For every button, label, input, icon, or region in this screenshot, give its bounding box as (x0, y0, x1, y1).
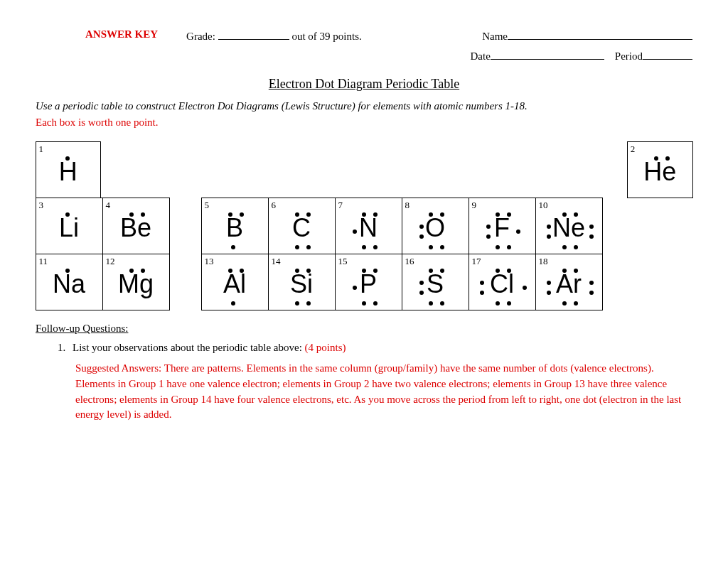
electron-dot (429, 245, 433, 249)
electron-dot (507, 245, 511, 249)
electron-dot (306, 245, 311, 249)
answer-key-label: ANSWER KEY (85, 28, 158, 43)
periodic-table: 1H 2He 3Li 4Be 5B 6C 7N 8O 9F 10Ne 11Na … (36, 141, 692, 310)
atomic-number: 6 (272, 200, 277, 211)
grade-blank[interactable] (218, 28, 289, 40)
atomic-number: 8 (405, 200, 410, 211)
electron-dot (589, 281, 594, 285)
atomic-number: 10 (539, 200, 548, 211)
electron-dot (507, 301, 511, 306)
electron-dot (295, 269, 299, 273)
element-cell-1: 1H (36, 141, 102, 198)
atomic-number: 15 (338, 256, 348, 267)
electron-dot (547, 234, 551, 239)
date-blank[interactable] (491, 48, 604, 60)
element-symbol: F (494, 215, 510, 241)
element-symbol: H (59, 159, 77, 185)
electron-dot (429, 212, 433, 217)
date-period-field: Date Period (471, 48, 693, 63)
electron-dot (65, 269, 70, 273)
electron-dot (373, 269, 378, 273)
suggested-answer: Suggested Answers: There are patterns. E… (75, 361, 692, 423)
atomic-number: 14 (272, 256, 281, 267)
element-symbol: B (226, 215, 243, 241)
electron-dot (574, 212, 578, 217)
electron-dot (295, 212, 299, 217)
electron-dot (440, 269, 444, 273)
electron-dot (65, 212, 70, 217)
header-row-2: Date Period (36, 48, 692, 63)
element-symbol: Be (120, 215, 151, 241)
atomic-number: 9 (472, 200, 477, 211)
electron-dot (574, 245, 578, 249)
atomic-number: 1 (39, 144, 44, 155)
electron-dot (562, 301, 567, 306)
electron-dot (231, 245, 235, 249)
atomic-number: 3 (39, 200, 44, 211)
element-symbol: S (427, 271, 444, 297)
element-cell-7: 7N (335, 198, 402, 254)
electron-dot (141, 212, 145, 217)
electron-dot (574, 269, 578, 273)
atomic-number: 17 (472, 256, 481, 267)
element-cell-10: 10Ne (535, 198, 603, 254)
element-cell-5: 5B (201, 198, 269, 254)
element-symbol: Si (290, 271, 313, 297)
electron-dot (589, 234, 594, 239)
atomic-number: 16 (405, 256, 414, 267)
element-cell-9: 9F (469, 198, 536, 254)
electron-dot (373, 245, 378, 249)
atomic-number: 5 (205, 200, 210, 211)
electron-dot (547, 281, 551, 285)
period-blank[interactable] (643, 48, 692, 60)
atomic-number: 4 (106, 200, 111, 211)
element-cell-11: 11Na (36, 254, 103, 310)
page-title: Electron Dot Diagram Periodic Table (36, 77, 692, 92)
electron-dot (353, 229, 357, 234)
electron-dot (654, 156, 658, 161)
header-left: ANSWER KEY Grade: out of 39 points. (36, 28, 362, 43)
element-cell-8: 8O (402, 198, 469, 254)
atomic-number: 18 (539, 256, 548, 267)
element-cell-16: 16S (402, 254, 469, 310)
element-cell-4: 4Be (102, 198, 170, 254)
atomic-number: 13 (205, 256, 214, 267)
element-symbol: He (643, 159, 676, 185)
name-field: Name (482, 28, 692, 43)
electron-dot (589, 291, 594, 295)
electron-dot (362, 212, 366, 217)
name-blank[interactable] (508, 28, 692, 40)
electron-dot (228, 212, 232, 217)
electron-dot (562, 245, 567, 249)
electron-dot (486, 234, 491, 239)
element-symbol: Mg (118, 271, 154, 297)
electron-dot (295, 301, 299, 306)
electron-dot (440, 212, 444, 217)
element-symbol: N (359, 215, 378, 241)
grade-field: Grade: out of 39 points. (186, 28, 362, 43)
electron-dot (665, 156, 670, 161)
electron-dot (516, 229, 520, 234)
electron-dot (228, 269, 232, 273)
period-label: Period (615, 50, 643, 62)
electron-dot (429, 269, 433, 273)
element-cell-15: 15P (335, 254, 402, 310)
electron-dot (129, 212, 134, 217)
electron-dot (562, 269, 567, 273)
electron-dot (306, 212, 311, 217)
electron-dot (496, 269, 500, 273)
element-cell-6: 6C (268, 198, 336, 254)
electron-dot (373, 212, 378, 217)
header-row-1: ANSWER KEY Grade: out of 39 points. Name (36, 28, 692, 43)
electron-dot (429, 301, 433, 306)
question-1-points: (4 points) (305, 342, 346, 353)
electron-dot (419, 281, 424, 285)
element-cell-3: 3Li (36, 198, 103, 254)
electron-dot (419, 225, 424, 229)
electron-dot (523, 286, 527, 290)
electron-dot (141, 269, 145, 273)
electron-dot (295, 245, 299, 249)
electron-dot (440, 245, 444, 249)
pt-row-2: 3Li 4Be 5B 6C 7N 8O 9F 10Ne (36, 198, 692, 254)
element-cell-2: 2He (627, 141, 693, 198)
